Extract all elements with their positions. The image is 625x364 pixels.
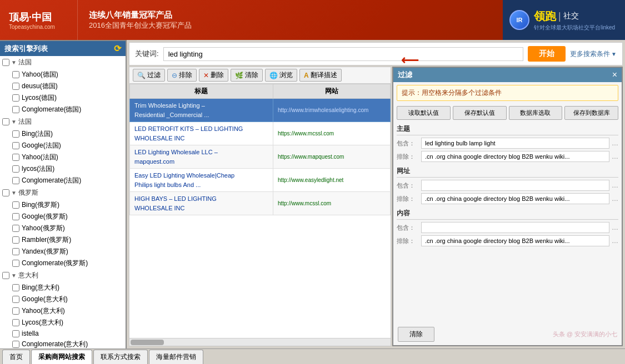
filter-close-btn[interactable]: × [612, 70, 617, 80]
label-rambler-ru: Rambler(俄罗斯) [22, 235, 71, 245]
tab-email[interactable]: 海量邮件营销 [149, 350, 203, 364]
content-exclude-input[interactable] [421, 235, 609, 246]
translate-btn[interactable]: A 翻译描述 [299, 69, 342, 82]
cb-yahoo-it[interactable] [12, 307, 19, 315]
tree-item[interactable]: Conglomerate(德国) [10, 104, 126, 115]
table-row[interactable]: Easy LED Lighting Wholesale|CheapPhilips… [130, 169, 391, 192]
url-exclude-more-icon: … [612, 195, 618, 203]
checkbox-france-parent[interactable] [2, 118, 9, 125]
cb-istella-it[interactable] [12, 330, 19, 337]
content-include-more-icon: … [612, 224, 618, 231]
table-row[interactable]: HIGH BAYS – LED LIGHTINGWHOLESALE INC ht… [130, 192, 391, 215]
content-include-input[interactable] [421, 222, 609, 233]
table-row[interactable]: LED Lighting Wholesale LLC –mapquest.com… [130, 145, 391, 169]
exclude-btn[interactable]: ⊖ 排除 [167, 69, 197, 82]
filter-btn[interactable]: 🔍 过滤 [133, 69, 165, 82]
save-to-db-btn[interactable]: 保存到数据库 [564, 106, 618, 120]
subject-exclude-input[interactable] [421, 151, 609, 162]
url-include-input[interactable] [421, 180, 609, 191]
tree-item[interactable]: Yahoo(法国) [10, 151, 126, 163]
cb-bing-it[interactable] [12, 284, 19, 291]
tree-item[interactable]: Rambler(俄罗斯) [10, 234, 126, 246]
browse-btn[interactable]: 🌐 浏览 [265, 69, 297, 82]
delete-btn[interactable]: ✕ 删除 [199, 69, 228, 82]
tree-parent-russia[interactable]: ▼ 俄罗斯 [0, 186, 126, 199]
save-default-btn[interactable]: 保存默认值 [453, 106, 507, 120]
sidebar-refresh-icon[interactable]: ⟳ [114, 43, 121, 54]
tree-item[interactable]: Yahoo(意大利) [10, 305, 126, 317]
table-row[interactable]: Trim Wholesale Lighting –Residential _Co… [130, 99, 391, 122]
slogan-line1: 连续八年销量冠军产品 [89, 10, 492, 21]
tree-children-france: Bing(法国) Google(法国) Yahoo(法国) lycos(法国) … [0, 128, 126, 186]
tree-parent-italy[interactable]: ▼ 意大利 [0, 269, 126, 282]
tree-item[interactable]: Bing(法国) [10, 128, 126, 140]
checkbox-italy-parent[interactable] [2, 272, 9, 279]
search-input[interactable] [163, 47, 523, 61]
checkbox-russia-parent[interactable] [2, 189, 9, 196]
tree-parent-germany[interactable]: ▼ 法国 [0, 56, 126, 69]
hscroll-bar[interactable] [129, 338, 391, 346]
watermark-text: 头条 @ 安安满满的小七 [553, 330, 617, 338]
tab-contact[interactable]: 联系方式搜索 [93, 350, 148, 364]
cb-google-it[interactable] [12, 296, 19, 303]
tree-item[interactable]: deusu(德国) [10, 80, 126, 92]
tree-item[interactable]: Google(法国) [10, 140, 126, 151]
expand-icon-italy: ▼ [11, 272, 17, 279]
cb-lycos-de[interactable] [12, 94, 19, 102]
cb-yahoo-fr[interactable] [12, 154, 19, 161]
results-filter-row: 🔍 过滤 ⊖ 排除 ✕ 删除 🌿 清除 [129, 67, 623, 346]
tree-item[interactable]: Conglomerate(俄罗斯) [10, 257, 126, 269]
keyword-label: 关键词: [135, 49, 159, 59]
cb-yahoo-ru[interactable] [12, 225, 19, 232]
tab-home[interactable]: 首页 [2, 350, 30, 364]
cb-lycos-fr[interactable] [12, 165, 19, 173]
cb-conglomerate-fr[interactable] [12, 177, 19, 184]
cb-google-ru[interactable] [12, 213, 19, 220]
result-url-cell: http://www.trimwholesalelighting.com [273, 99, 390, 122]
subject-include-label: 包含： [397, 139, 419, 148]
tab-purchase[interactable]: 采购商网站搜索 [31, 350, 92, 364]
col-title: 标题 [130, 84, 273, 99]
cb-conglomerate-ru[interactable] [12, 260, 19, 267]
cb-deusu-de[interactable] [12, 83, 19, 90]
db-fetch-btn[interactable]: 数据库选取 [509, 106, 563, 120]
tree-item[interactable]: Google(意大利) [10, 294, 126, 305]
tree-item[interactable]: Yahoo(德国) [10, 69, 126, 80]
cb-yahoo-de[interactable] [12, 71, 19, 78]
clear-btn[interactable]: 🌿 清除 [231, 69, 263, 82]
start-button[interactable]: 开始 [528, 46, 566, 62]
url-exclude-input[interactable] [421, 193, 609, 204]
cb-bing-fr[interactable] [12, 130, 19, 138]
cb-lycos-it[interactable] [12, 319, 19, 326]
tree-item[interactable]: Lycos(意大利) [10, 317, 126, 328]
tree-item[interactable]: Bing(俄罗斯) [10, 199, 126, 211]
cb-bing-ru[interactable] [12, 201, 19, 209]
cb-yandex-ru[interactable] [12, 248, 19, 255]
header-right-panel: IR 领跑 | 社交 针对全球最大职场社交平台linked [503, 0, 625, 40]
tree-item[interactable]: istella [10, 328, 126, 338]
tree-item[interactable]: Lycos(德国) [10, 92, 126, 104]
group-label-germany: 法国 [18, 58, 32, 67]
tree-item[interactable]: Conglomerate(法国) [10, 175, 126, 186]
tree-item[interactable]: Conglomerate(意大利) [10, 338, 126, 348]
tree-item[interactable]: Yahoo(俄罗斯) [10, 223, 126, 234]
cb-conglomerate-it[interactable] [12, 341, 19, 348]
more-search-btn[interactable]: 更多搜索条件 ▼ [570, 49, 617, 59]
tree-item[interactable]: lycos(法国) [10, 163, 126, 175]
content-exclude-label: 排除： [397, 237, 419, 245]
subject-exclude-more-icon: … [612, 153, 618, 160]
tree-group-germany: ▼ 法国 Yahoo(德国) deusu(德国) Lycos(德国) Congl… [0, 56, 126, 115]
table-row[interactable]: LED RETROFIT KITS – LED LIGHTINGWHOLESAL… [130, 122, 391, 145]
cb-google-fr[interactable] [12, 142, 19, 149]
cb-rambler-ru[interactable] [12, 236, 19, 244]
subject-include-input[interactable] [421, 138, 609, 149]
cb-conglomerate-de[interactable] [12, 106, 19, 113]
filter-clear-btn[interactable]: 清除 [398, 327, 434, 342]
tree-item[interactable]: Yandex(俄罗斯) [10, 246, 126, 257]
tree-parent-france[interactable]: ▼ 法国 [0, 115, 126, 128]
tree-item[interactable]: Google(俄罗斯) [10, 211, 126, 223]
read-default-btn[interactable]: 读取默认值 [397, 106, 451, 120]
checkbox-germany-parent[interactable] [2, 59, 9, 66]
tree-item[interactable]: Bing(意大利) [10, 282, 126, 294]
results-table: 标题 网站 Trim Wholesale Lighting –Residenti… [129, 84, 391, 215]
